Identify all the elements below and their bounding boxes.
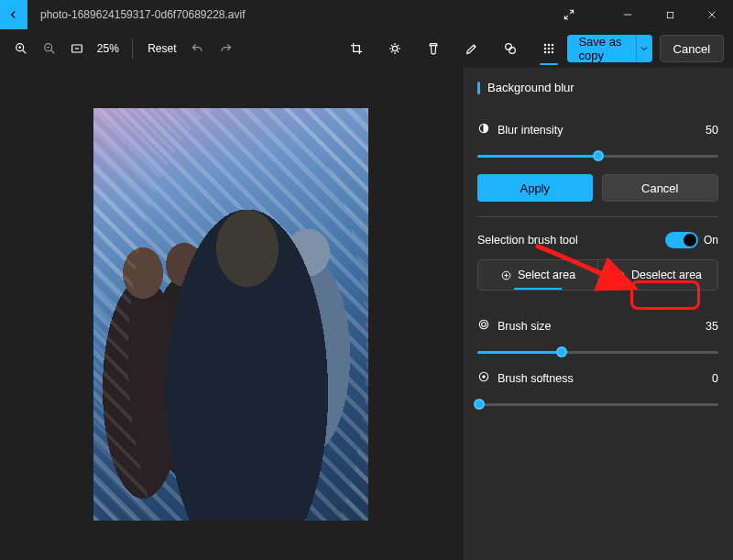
- select-area-tab[interactable]: Select area: [478, 260, 597, 290]
- half-circle-icon: [477, 122, 490, 137]
- toolbar: 25% Reset Save as copy: [0, 29, 733, 68]
- svg-point-19: [479, 320, 487, 328]
- svg-point-13: [545, 51, 546, 52]
- window-maximize[interactable]: [649, 0, 691, 29]
- brush-softness-row: Brush softness 0: [477, 370, 718, 386]
- titlebar: photo-1689624159317-0d6f70689228.avif: [0, 0, 733, 29]
- reset-button[interactable]: Reset: [142, 38, 181, 59]
- blur-intensity-value: 50: [706, 124, 718, 137]
- undo-button[interactable]: [186, 34, 210, 63]
- svg-point-8: [549, 44, 550, 45]
- svg-point-5: [506, 44, 512, 50]
- selection-brush-label: Selection brush tool: [477, 234, 578, 247]
- svg-point-22: [482, 375, 486, 379]
- brush-softness-value: 0: [712, 372, 718, 385]
- zoom-level[interactable]: 25%: [93, 42, 123, 55]
- fit-button[interactable]: [65, 34, 89, 63]
- save-options-chevron[interactable]: [636, 35, 651, 62]
- svg-rect-0: [667, 12, 673, 17]
- deselect-area-label: Deselect area: [631, 269, 702, 281]
- selection-mode-tabs: Select area Deselect area: [477, 259, 718, 291]
- brush-size-row: Brush size 35: [477, 318, 718, 334]
- blur-intensity-label: Blur intensity: [498, 124, 563, 137]
- save-button-group: Save as copy: [567, 35, 651, 62]
- window-close[interactable]: [691, 0, 733, 29]
- selection-brush-toggle[interactable]: On: [665, 232, 718, 248]
- target-icon: [477, 318, 490, 334]
- select-area-label: Select area: [518, 269, 575, 281]
- toggle-state-label: On: [704, 234, 718, 247]
- adjust-tool[interactable]: [380, 34, 410, 63]
- blur-intensity-slider[interactable]: [477, 148, 718, 163]
- apply-button[interactable]: Apply: [477, 174, 593, 202]
- crop-tool[interactable]: [342, 34, 371, 63]
- save-as-copy-button[interactable]: Save as copy: [567, 35, 636, 62]
- redo-button[interactable]: [213, 34, 237, 63]
- window-minimize[interactable]: [607, 0, 649, 29]
- background-blur-tool[interactable]: [534, 34, 563, 63]
- deselect-area-tab[interactable]: Deselect area: [597, 260, 717, 290]
- selection-brush-row: Selection brush tool On: [477, 232, 718, 248]
- svg-point-14: [549, 51, 550, 52]
- radio-icon: [477, 370, 490, 386]
- brush-softness-slider[interactable]: [477, 397, 718, 412]
- expand-button[interactable]: [548, 0, 590, 29]
- main-area: Background blur Blur intensity 50 Apply …: [0, 68, 733, 560]
- svg-point-15: [552, 51, 553, 52]
- side-panel: Background blur Blur intensity 50 Apply …: [462, 68, 733, 560]
- brush-size-label: Brush size: [498, 320, 551, 333]
- panel-title: Background blur: [477, 81, 718, 94]
- svg-point-10: [545, 48, 546, 49]
- svg-point-4: [393, 46, 398, 50]
- filter-tool[interactable]: [419, 34, 448, 63]
- brush-softness-label: Brush softness: [498, 372, 574, 385]
- file-title: photo-1689624159317-0d6f70689228.avif: [40, 8, 246, 21]
- markup-tool[interactable]: [457, 34, 487, 63]
- retouch-tool[interactable]: [496, 34, 525, 63]
- zoom-in-button[interactable]: [9, 34, 33, 63]
- cancel-edit-button[interactable]: Cancel: [660, 35, 724, 62]
- svg-point-6: [509, 48, 516, 54]
- svg-point-9: [552, 44, 553, 45]
- brush-size-slider[interactable]: [477, 345, 718, 359]
- svg-point-7: [545, 44, 546, 45]
- back-button[interactable]: [0, 0, 27, 29]
- svg-point-11: [549, 48, 550, 49]
- zoom-out-button[interactable]: [37, 34, 60, 63]
- svg-point-12: [552, 48, 553, 49]
- edit-mode-tabs: [342, 34, 563, 63]
- brush-size-value: 35: [706, 320, 718, 333]
- image-preview[interactable]: [93, 108, 368, 521]
- panel-cancel-button[interactable]: Cancel: [602, 174, 719, 202]
- svg-point-20: [482, 323, 487, 327]
- canvas-area: [0, 68, 462, 560]
- blur-intensity-row: Blur intensity 50: [477, 122, 718, 137]
